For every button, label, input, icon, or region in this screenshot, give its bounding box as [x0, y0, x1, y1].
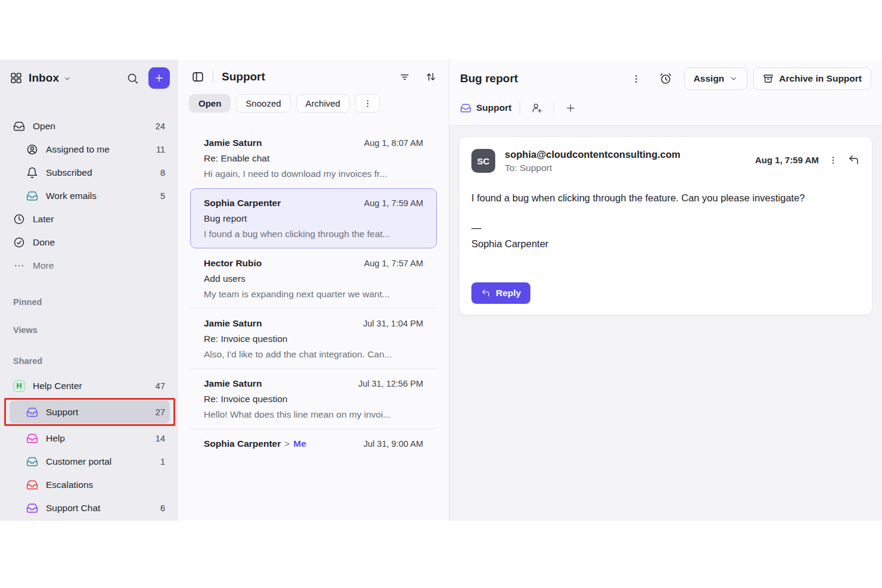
conversation-item[interactable]: Sophia Carpenter>Me Jul 31, 9:00 AM: [190, 429, 437, 458]
conversation-item[interactable]: Jamie SaturnJul 31, 1:04 PM Re: Invoice …: [190, 309, 437, 369]
timestamp: Aug 1, 7:59 AM: [364, 198, 423, 208]
section-views: Views: [13, 325, 170, 335]
workspace-title[interactable]: Inbox: [29, 71, 59, 85]
sidebar-item-subscribed[interactable]: Subscribed 8: [10, 161, 170, 184]
sidebar-item-customer-portal[interactable]: Customer portal 1: [10, 450, 170, 473]
inbox-icon: [26, 406, 38, 418]
sidebar-item-count: 24: [156, 122, 165, 131]
sidebar-item-later[interactable]: Later: [10, 207, 170, 231]
sort-icon[interactable]: [425, 71, 437, 83]
sender-name: Jamie Saturn: [204, 378, 262, 389]
reply-arrow-icon[interactable]: [847, 154, 860, 166]
section-shared: Shared: [13, 356, 170, 366]
conversation-title: Bug report: [460, 72, 518, 85]
add-tag-icon[interactable]: [563, 102, 579, 114]
compose-button[interactable]: [148, 67, 170, 89]
sidebar-item-more[interactable]: More: [10, 254, 170, 277]
archive-button[interactable]: Archive in Support: [753, 67, 871, 90]
sender-name: Jamie Saturn: [204, 318, 262, 329]
sidebar-item-assigned-to-me[interactable]: Assigned to me 11: [10, 138, 170, 161]
check-circle-icon: [13, 237, 25, 248]
archive-icon: [763, 73, 774, 84]
detail-body: SC sophia@cloudcontentconsulting.com To:…: [449, 126, 882, 521]
sidebar-header: Inbox: [10, 67, 170, 89]
sidebar-item-label: Support: [46, 407, 156, 418]
subject: Re: Invoice question: [204, 394, 423, 405]
conversation-item[interactable]: Jamie SaturnAug 1, 8:07 AM Re: Enable ch…: [190, 128, 437, 188]
sidebar-item-count: 5: [160, 191, 165, 201]
timestamp: Jul 31, 9:00 AM: [364, 439, 423, 449]
sidebar-item-label: Escalations: [46, 480, 165, 490]
sidebar: Inbox Open 24 Assigned to me 11: [0, 60, 178, 521]
sidebar-item-label: Subscribed: [46, 167, 160, 178]
inbox-icon: [26, 479, 38, 491]
message-timestamp: Aug 1, 7:59 AM: [755, 155, 819, 165]
sidebar-item-support[interactable]: Support 27: [10, 400, 170, 424]
subject: Bug report: [204, 213, 423, 224]
add-participant-icon[interactable]: [529, 102, 545, 114]
conversation-item-selected[interactable]: Sophia CarpenterAug 1, 7:59 AM Bug repor…: [190, 188, 437, 248]
signature-name: Sophia Carpenter: [471, 238, 860, 250]
conversation-more-icon[interactable]: [625, 74, 647, 84]
sidebar-item-work-emails[interactable]: Work emails 5: [10, 184, 170, 207]
inbox-icon: [26, 433, 38, 444]
assign-button[interactable]: Assign: [684, 67, 748, 90]
sidebar-item-done[interactable]: Done: [10, 231, 170, 254]
sender-name: Jamie Saturn: [204, 138, 262, 148]
red-annotation-rectangle: Support 27: [4, 398, 175, 426]
timestamp: Aug 1, 7:57 AM: [364, 259, 423, 268]
bell-icon: [26, 167, 38, 179]
chevron-down-icon: [729, 74, 738, 83]
conversation-item[interactable]: Hector RubioAug 1, 7:57 AM Add users My …: [190, 248, 437, 309]
sender-name: Sophia Carpenter>Me: [204, 438, 306, 449]
clock-icon: [13, 213, 25, 225]
preview: My team is expanding next quarter we wan…: [204, 289, 423, 300]
list-title: Support: [222, 70, 265, 83]
tab-open[interactable]: Open: [189, 94, 231, 113]
chevron-separator: >: [284, 438, 290, 449]
sidebar-item-count: 8: [160, 168, 165, 178]
sidebar-item-help-center[interactable]: H Help Center 47: [10, 374, 170, 397]
section-pinned: Pinned: [13, 297, 170, 307]
sidebar-item-escalations[interactable]: Escalations: [10, 473, 170, 496]
tabs-more-icon[interactable]: [355, 94, 380, 113]
sidebar-item-label: Support Chat: [46, 503, 160, 514]
sidebar-item-label: Customer portal: [46, 456, 160, 467]
conversation-detail-pane: Bug report Assign Archive in Support: [449, 60, 882, 521]
timestamp: Jul 31, 12:56 PM: [358, 379, 423, 388]
sidebar-item-help[interactable]: Help 14: [10, 427, 170, 450]
timestamp: Aug 1, 8:07 AM: [364, 138, 423, 148]
preview: I found a bug when clicking through the …: [204, 229, 423, 239]
sidebar-item-open[interactable]: Open 24: [10, 114, 170, 138]
reply-button[interactable]: Reply: [471, 282, 530, 304]
preview: Also, I'd like to add the chat integrati…: [204, 349, 423, 360]
message-to: To: Support: [505, 163, 681, 173]
sidebar-item-label: More: [33, 260, 165, 271]
chevron-down-icon[interactable]: [63, 74, 72, 83]
sidebar-item-label: Work emails: [46, 191, 160, 201]
list-tabs: Open Snoozed Archived: [178, 88, 449, 113]
filter-icon[interactable]: [399, 71, 411, 83]
conversation-list: Jamie SaturnAug 1, 8:07 AM Re: Enable ch…: [178, 128, 449, 458]
toggle-sidebar-icon[interactable]: [191, 70, 204, 83]
sidebar-item-count: 6: [160, 503, 165, 513]
tab-archived[interactable]: Archived: [296, 94, 350, 113]
reply-arrow-icon: [481, 288, 490, 298]
avatar: SC: [471, 149, 495, 173]
user-circle-icon: [26, 144, 38, 155]
workspace-grid-icon[interactable]: [10, 71, 23, 85]
conversation-item[interactable]: Jamie SaturnJul 31, 12:56 PM Re: Invoice…: [190, 369, 437, 429]
sidebar-item-support-chat[interactable]: Support Chat 6: [10, 496, 170, 519]
detail-header: Bug report Assign Archive in Support: [449, 60, 882, 126]
subject: Re: Invoice question: [204, 334, 423, 344]
message-more-icon[interactable]: [828, 155, 838, 165]
search-icon[interactable]: [126, 72, 139, 85]
app-window: Inbox Open 24 Assigned to me 11: [0, 60, 882, 521]
snooze-alarm-icon[interactable]: [653, 72, 678, 85]
tab-snoozed[interactable]: Snoozed: [236, 94, 290, 113]
inbox-icon: [26, 456, 38, 468]
inbox-tag-support[interactable]: Support: [460, 102, 511, 114]
subject: Re: Enable chat: [204, 153, 423, 164]
subject: Add users: [204, 273, 423, 284]
sidebar-item-count: 1: [160, 457, 165, 466]
